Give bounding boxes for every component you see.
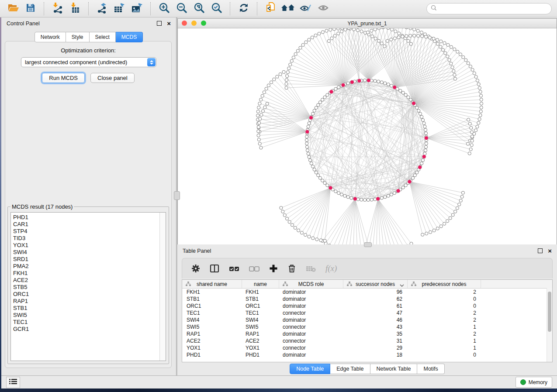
mcds-result-item[interactable]: PMA2 — [13, 263, 159, 270]
tab-network-table[interactable]: Network Table — [370, 364, 418, 374]
network-canvas[interactable] — [178, 28, 557, 244]
column-header-shared-name[interactable]: shared name — [182, 280, 242, 288]
copy-style-button[interactable] — [263, 2, 279, 15]
tab-select[interactable]: Select — [90, 32, 116, 42]
tab-mcds[interactable]: MCDS — [116, 32, 143, 42]
search-input[interactable] — [439, 5, 547, 12]
float-panel-icon[interactable] — [157, 21, 162, 26]
zoom-in-button[interactable] — [156, 2, 172, 15]
table-cell: 47 — [343, 310, 408, 316]
mcds-result-item[interactable]: STP4 — [13, 228, 159, 235]
close-panel-button[interactable]: Close panel — [90, 73, 135, 83]
tab-network[interactable]: Network — [35, 32, 66, 42]
table-row[interactable]: SWI4SWI4dominator462 — [182, 316, 552, 323]
mcds-result-item[interactable]: SWI5 — [13, 312, 159, 319]
network-window-title-bar[interactable]: YPA_prune.txt_1 — [178, 19, 557, 28]
export-image-button[interactable] — [129, 2, 145, 15]
list-icon — [9, 378, 17, 386]
search-box[interactable] — [426, 3, 552, 14]
table-settings-gear-icon[interactable] — [191, 264, 201, 273]
export-network-button[interactable] — [94, 2, 110, 15]
table-cell: FKH1 — [182, 289, 242, 295]
table-cell: YOX1 — [242, 345, 279, 351]
table-cell: 0 — [408, 352, 481, 358]
table-cell: 18 — [343, 352, 408, 358]
mcds-result-item[interactable]: TID3 — [13, 235, 159, 242]
table-row[interactable]: ORC1ORC1dominator610 — [182, 303, 552, 309]
first-neighbors-button[interactable] — [280, 2, 296, 15]
delete-column-icon[interactable] — [287, 264, 297, 273]
import-table-button[interactable] — [67, 2, 83, 15]
deselect-all-checkboxes-icon[interactable] — [249, 264, 260, 273]
column-header-mcds-role[interactable]: MCDS role — [279, 280, 343, 288]
control-panel: Control Panel × Network Style Select MCD… — [1, 17, 176, 375]
toolbar-separator — [44, 2, 45, 15]
column-header-successor-nodes[interactable]: successor nodes — [343, 280, 408, 288]
table-scrollbar[interactable] — [547, 288, 552, 362]
show-all-button[interactable] — [315, 2, 331, 15]
table-row[interactable]: FKH1FKH1dominator962 — [182, 289, 552, 296]
mcds-result-item[interactable]: SRD1 — [13, 256, 159, 263]
window-zoom-traffic-light[interactable] — [201, 21, 206, 26]
mcds-result-item[interactable]: ORC1 — [13, 291, 159, 298]
optimization-criterion-select[interactable]: largest connected component (undirected) — [21, 57, 156, 67]
mcds-result-item[interactable]: YOX1 — [13, 242, 159, 249]
sitemap-icon — [411, 282, 416, 288]
table-cell: FKH1 — [242, 289, 279, 295]
mcds-result-item[interactable]: CAR1 — [13, 221, 159, 228]
status-bar: Memory — [1, 375, 557, 389]
tab-style[interactable]: Style — [66, 32, 90, 42]
import-network-icon — [52, 2, 64, 15]
tab-motifs[interactable]: Motifs — [417, 364, 444, 374]
mcds-result-title: MCDS result (17 nodes) — [10, 203, 74, 210]
vertical-splitter-handle[interactable] — [174, 191, 180, 200]
column-header-predecessor-nodes[interactable]: predecessor nodes — [408, 280, 481, 288]
tab-edge-table[interactable]: Edge Table — [330, 364, 370, 374]
hide-selected-button[interactable] — [298, 2, 314, 15]
add-column-icon[interactable] — [269, 264, 278, 273]
table-row[interactable]: ACE2ACE2connector311 — [182, 337, 552, 344]
table-row[interactable]: STB1STB1dominator620 — [182, 296, 552, 303]
select-all-checkboxes-icon[interactable] — [228, 264, 240, 273]
mcds-result-item[interactable]: STB5 — [13, 284, 159, 291]
mcds-result-item[interactable]: SWI4 — [13, 249, 159, 256]
import-network-button[interactable] — [50, 2, 66, 15]
mcds-result-item[interactable]: ACE2 — [13, 277, 159, 284]
close-panel-icon[interactable]: × — [167, 20, 171, 27]
mcds-result-item[interactable]: GCR1 — [13, 326, 159, 333]
table-cell: 2 — [408, 289, 481, 295]
network-view-frame: YPA_prune.txt_1 — [177, 18, 557, 244]
mcds-list-scrollbar[interactable] — [159, 213, 166, 361]
zoom-out-button[interactable] — [174, 2, 190, 15]
mcds-result-list[interactable]: PHD1CAR1STP4TID3YOX1SWI4SRD1PMA2FKH1ACE2… — [11, 213, 159, 361]
mcds-result-item[interactable]: FKH1 — [13, 270, 159, 277]
mcds-result-item[interactable]: STB1 — [13, 305, 159, 312]
save-session-button[interactable] — [23, 2, 38, 15]
memory-button[interactable]: Memory — [515, 377, 552, 388]
table-row[interactable]: TEC1TEC1connector472 — [182, 309, 552, 316]
zoom-selected-button[interactable] — [209, 2, 225, 15]
table-row[interactable]: SWI5SWI5connector431 — [182, 323, 552, 330]
table-scrollbar-thumb[interactable] — [548, 292, 551, 332]
horizontal-splitter-handle[interactable] — [364, 242, 372, 247]
float-table-panel-icon[interactable] — [538, 248, 543, 253]
column-header-name[interactable]: name — [242, 280, 279, 288]
open-file-button[interactable] — [5, 2, 21, 15]
table-row[interactable]: RAP1RAP1dominator352 — [182, 330, 552, 337]
zoom-fit-button[interactable] — [191, 2, 207, 15]
window-minimize-traffic-light[interactable] — [191, 21, 197, 26]
task-history-button[interactable] — [6, 377, 20, 388]
tab-node-table[interactable]: Node Table — [290, 364, 330, 374]
export-table-button[interactable] — [112, 2, 128, 15]
table-row[interactable]: PHD1PHD1dominator180 — [182, 351, 552, 358]
table-row[interactable]: YOX1YOX1connector291 — [182, 344, 552, 351]
show-columns-icon[interactable] — [209, 264, 220, 273]
run-mcds-button[interactable]: Run MCDS — [42, 73, 85, 83]
close-table-panel-icon[interactable]: × — [548, 248, 552, 254]
mcds-result-item[interactable]: PHD1 — [13, 214, 159, 221]
refresh-button[interactable] — [236, 2, 252, 15]
window-close-traffic-light[interactable] — [182, 21, 187, 26]
memory-label: Memory — [529, 379, 547, 385]
mcds-result-item[interactable]: RAP1 — [13, 298, 159, 305]
mcds-result-item[interactable]: TEC1 — [13, 319, 159, 326]
